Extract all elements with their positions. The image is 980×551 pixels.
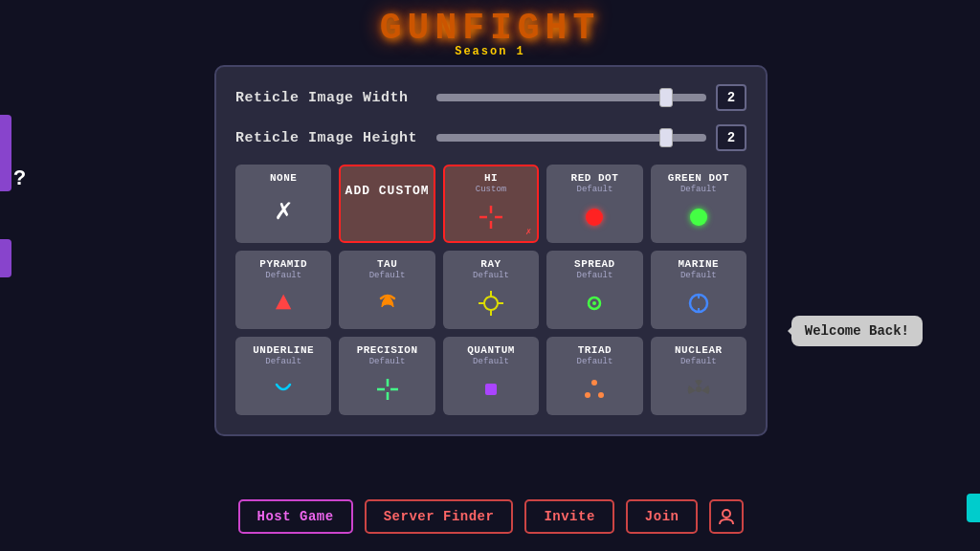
height-slider-track[interactable] bbox=[436, 134, 706, 142]
width-slider-thumb[interactable] bbox=[659, 88, 673, 107]
height-label: Reticle Image Height bbox=[235, 130, 427, 146]
reticle-add-custom[interactable]: ADD CUSTOM bbox=[339, 165, 434, 243]
reticle-triad[interactable]: Triad Default bbox=[546, 337, 642, 415]
svg-rect-18 bbox=[485, 384, 497, 395]
spread-icon bbox=[580, 286, 609, 320]
svg-point-23 bbox=[723, 510, 730, 518]
profile-icon-button[interactable] bbox=[709, 499, 744, 534]
reticle-marine[interactable]: Marine Default bbox=[651, 251, 746, 329]
game-title-area: GUNFIGHT Season 1 bbox=[380, 8, 600, 58]
svg-point-19 bbox=[591, 380, 597, 386]
nuclear-icon bbox=[684, 372, 713, 406]
width-label: Reticle Image Width bbox=[235, 90, 427, 106]
hi-x-badge: ✗ bbox=[525, 226, 531, 237]
left-question-mark: ? bbox=[13, 167, 26, 191]
reticle-quantum[interactable]: Quantum Default bbox=[443, 337, 539, 415]
main-panel: Reticle Image Width 2 Reticle Image Heig… bbox=[214, 65, 768, 436]
right-cyan-bar bbox=[967, 494, 980, 522]
bottom-bar: Host Game Server Finder Invite Join bbox=[214, 499, 768, 534]
none-icon: ✗ bbox=[275, 187, 292, 233]
invite-button[interactable]: Invite bbox=[524, 499, 613, 534]
ray-icon bbox=[477, 286, 505, 320]
reticle-ray[interactable]: Ray Default bbox=[443, 251, 539, 329]
height-value: 2 bbox=[716, 124, 746, 151]
quantum-icon bbox=[479, 372, 503, 406]
left-bar-top bbox=[0, 115, 11, 191]
width-slider-row: Reticle Image Width 2 bbox=[235, 84, 746, 111]
host-game-button[interactable]: Host Game bbox=[238, 499, 353, 534]
svg-point-22 bbox=[696, 386, 702, 392]
red-dot-icon bbox=[586, 200, 603, 233]
join-button[interactable]: Join bbox=[626, 499, 699, 534]
reticle-hi-custom[interactable]: hi Custom ✗ bbox=[443, 165, 539, 243]
server-finder-button[interactable]: Server Finder bbox=[365, 499, 514, 534]
left-bar-bottom bbox=[0, 239, 11, 277]
width-slider-track[interactable] bbox=[436, 94, 706, 101]
svg-point-4 bbox=[484, 297, 498, 310]
reticle-green-dot[interactable]: Green Dot Default bbox=[651, 165, 746, 243]
width-value: 2 bbox=[716, 84, 746, 111]
height-slider-thumb[interactable] bbox=[659, 128, 673, 147]
underline-icon bbox=[269, 372, 298, 406]
welcome-text: Welcome Back! bbox=[805, 323, 909, 339]
reticle-underline[interactable]: Underline Default bbox=[235, 337, 331, 415]
tau-icon bbox=[374, 286, 401, 320]
add-custom-label: ADD CUSTOM bbox=[345, 184, 430, 200]
reticle-precision[interactable]: Precision Default bbox=[339, 337, 434, 415]
profile-icon bbox=[717, 507, 736, 526]
game-title: GUNFIGHT bbox=[380, 8, 600, 49]
height-slider-row: Reticle Image Height 2 bbox=[235, 124, 746, 151]
svg-point-20 bbox=[585, 392, 590, 398]
pyramid-icon: ▲ bbox=[276, 286, 292, 320]
reticle-nuclear[interactable]: Nuclear Default bbox=[651, 337, 746, 415]
welcome-bubble: Welcome Back! bbox=[791, 316, 923, 346]
svg-point-21 bbox=[598, 392, 604, 398]
svg-point-10 bbox=[592, 301, 596, 305]
hi-custom-icon bbox=[476, 200, 506, 233]
reticle-red-dot[interactable]: Red Dot Default bbox=[546, 165, 642, 243]
reticle-tau[interactable]: Tau Default bbox=[339, 251, 434, 329]
marine-icon bbox=[684, 286, 713, 320]
reticle-spread[interactable]: Spread Default bbox=[546, 251, 642, 329]
reticle-pyramid[interactable]: Pyramid Default ▲ bbox=[235, 251, 331, 329]
triad-icon bbox=[580, 372, 609, 406]
reticle-none[interactable]: None ✗ bbox=[235, 165, 331, 243]
green-dot-icon bbox=[690, 200, 707, 233]
precision-icon bbox=[373, 372, 402, 406]
reticle-grid: None ✗ ADD CUSTOM hi Custom ✗ bbox=[235, 165, 746, 415]
